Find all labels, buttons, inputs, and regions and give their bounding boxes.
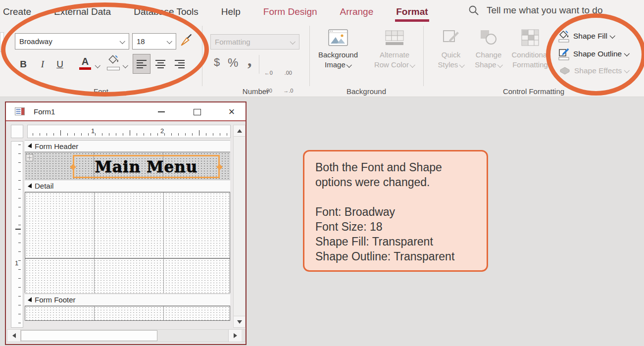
number-format-combobox: Formatting <box>210 34 299 49</box>
ruler-corner-box[interactable] <box>11 125 23 138</box>
detail-grid[interactable] <box>25 192 230 293</box>
close-button[interactable]: × <box>225 105 239 119</box>
form-footer-section-bar[interactable]: Form Footer <box>25 294 230 306</box>
underline-label: U <box>56 59 63 70</box>
shape-effects-icon <box>559 66 571 76</box>
horizontal-scrollbar[interactable] <box>7 329 246 342</box>
tab-help[interactable]: Help <box>221 6 241 17</box>
tab-external-data[interactable]: External Data <box>54 6 111 17</box>
minimize-button[interactable] <box>154 105 168 119</box>
maximize-button[interactable] <box>190 105 204 119</box>
callout-text <box>315 190 482 204</box>
align-right-button[interactable] <box>170 54 188 74</box>
chevron-down-icon <box>120 38 125 44</box>
scroll-left-button[interactable] <box>7 330 21 342</box>
align-center-button[interactable] <box>151 54 169 74</box>
align-left-icon <box>137 60 147 61</box>
form1-titlebar[interactable]: Form1 × <box>6 102 246 121</box>
chevron-down-icon <box>610 33 615 39</box>
bold-button[interactable]: B <box>16 55 31 74</box>
italic-button[interactable]: I <box>36 55 50 74</box>
main-menu-label[interactable]: Main Menu <box>95 158 198 176</box>
alternate-row-color-button: Alternate Row Color <box>368 30 421 70</box>
tab-form-design[interactable]: Form Design <box>263 6 317 17</box>
fill-color-button[interactable] <box>105 54 122 70</box>
footer-grid[interactable] <box>25 306 230 321</box>
chevron-down-icon <box>497 62 502 68</box>
percent-button[interactable]: % <box>228 56 238 70</box>
resize-handle[interactable] <box>216 164 223 170</box>
percent-icon: % <box>228 56 238 69</box>
shape-fill-button[interactable]: Shape Fill <box>558 29 615 43</box>
scrollbar-thumb[interactable] <box>21 330 157 341</box>
align-right-icon <box>175 60 185 61</box>
horizontal-ruler[interactable]: 1 2 <box>27 125 231 138</box>
currency-button[interactable]: $ <box>214 56 220 69</box>
divider <box>259 55 259 74</box>
chevron-down-icon[interactable] <box>95 63 100 68</box>
tab-create[interactable]: Create <box>3 6 31 17</box>
font-color-button[interactable]: A <box>77 56 93 70</box>
chevron-down-icon <box>624 68 630 73</box>
callout-text: Font: Broadway <box>315 204 482 219</box>
font-name-value: Broadway <box>19 37 52 46</box>
form-header-band[interactable]: Main Menu <box>25 152 230 180</box>
section-arrow-icon <box>28 183 32 189</box>
section-arrow-icon <box>28 143 32 148</box>
font-group-label: Font <box>0 87 202 96</box>
tab-arrange[interactable]: Arrange <box>340 6 374 17</box>
conditional-formatting-label: Conditional <box>511 50 548 60</box>
shape-outline-button[interactable]: Shape Outline <box>558 47 629 61</box>
scroll-down-button[interactable] <box>234 316 245 327</box>
increase-decimals-icon: ←0 <box>262 70 274 76</box>
number-format-placeholder: Formatting <box>215 38 250 46</box>
triangle-right-icon <box>234 333 237 338</box>
font-color-swatch <box>79 67 91 70</box>
ruler-ticks <box>18 145 21 324</box>
selected-label-control[interactable]: Main Menu <box>73 155 220 178</box>
shape-fill-icon <box>558 29 570 43</box>
chevron-down-icon <box>290 39 296 44</box>
tab-database-tools[interactable]: Database Tools <box>134 6 198 17</box>
callout-text: Shape Fill: Transparent <box>315 234 482 249</box>
grid-line <box>94 306 95 320</box>
decrease-decimals-icon: .00 <box>282 70 294 76</box>
section-arrow-icon <box>28 297 32 302</box>
tell-me-search[interactable]: Tell me what you want to do <box>468 4 602 16</box>
shape-outline-label: Shape Outline <box>573 49 622 58</box>
font-size-combobox[interactable]: 18 <box>132 33 176 49</box>
alternate-row-color-label: Alternate <box>380 50 409 60</box>
comma-button[interactable]: , <box>248 51 252 70</box>
format-painter-button[interactable] <box>179 34 193 49</box>
format-painter-icon <box>179 34 193 48</box>
control-formatting-group: Quick Styles Change Shape <box>423 23 644 97</box>
scroll-up-button[interactable] <box>234 125 245 137</box>
control-formatting-group-label: Control Formatting <box>423 87 644 96</box>
form-icon <box>15 107 25 115</box>
font-name-combobox[interactable]: Broadway <box>15 33 129 49</box>
form-header-section-bar[interactable]: Form Header <box>25 140 230 152</box>
callout-text: options were changed. <box>315 175 482 190</box>
form-header-section-label: Form Header <box>35 142 78 150</box>
ruler-number: 1 <box>15 259 18 267</box>
resize-handle[interactable] <box>70 164 76 170</box>
detail-section-bar[interactable]: Detail <box>25 180 230 192</box>
layout-move-handle[interactable] <box>26 154 33 161</box>
italic-label: I <box>41 59 44 70</box>
comma-icon: , <box>248 51 252 69</box>
grid-line <box>94 193 95 293</box>
chevron-down-icon[interactable] <box>123 63 128 68</box>
tab-format[interactable]: Format <box>396 6 428 17</box>
vertical-ruler[interactable]: 1 <box>11 141 23 328</box>
form-footer-section-label: Form Footer <box>35 296 76 304</box>
underline-button[interactable]: U <box>52 55 67 74</box>
scroll-right-button[interactable] <box>228 330 242 342</box>
align-left-button[interactable] <box>133 54 150 74</box>
change-shape-button: Change Shape <box>472 29 505 70</box>
minimize-icon <box>158 111 165 112</box>
bold-label: B <box>20 59 27 70</box>
background-image-button[interactable]: Background Image <box>312 29 364 70</box>
chevron-down-icon <box>459 62 464 68</box>
vertical-scrollbar[interactable] <box>233 125 246 328</box>
callout-text: Shape Outline: Transparent <box>315 249 482 264</box>
